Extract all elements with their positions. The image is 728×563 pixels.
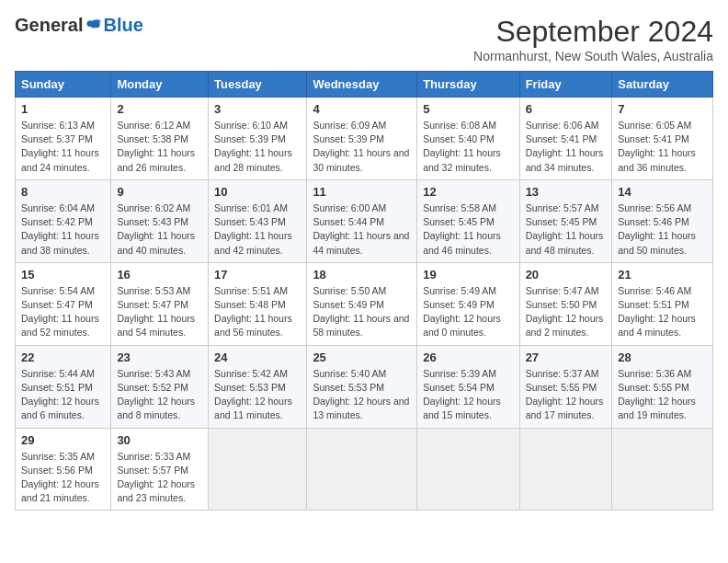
- day-number: 22: [21, 350, 105, 364]
- day-detail: Sunrise: 6:08 AMSunset: 5:40 PMDaylight:…: [423, 119, 513, 175]
- day-detail: Sunrise: 5:42 AMSunset: 5:53 PMDaylight:…: [214, 367, 301, 423]
- calendar-cell: 27 Sunrise: 5:37 AMSunset: 5:55 PMDaylig…: [519, 345, 612, 428]
- day-detail: Sunrise: 6:06 AMSunset: 5:41 PMDaylight:…: [526, 119, 607, 175]
- calendar-cell: [417, 428, 519, 511]
- calendar-cell: 25 Sunrise: 5:40 AMSunset: 5:53 PMDaylig…: [307, 345, 417, 428]
- day-detail: Sunrise: 5:49 AMSunset: 5:49 PMDaylight:…: [423, 284, 513, 340]
- calendar-cell: 23 Sunrise: 5:43 AMSunset: 5:52 PMDaylig…: [111, 345, 209, 428]
- day-detail: Sunrise: 6:12 AMSunset: 5:38 PMDaylight:…: [117, 119, 202, 175]
- calendar-cell: 16 Sunrise: 5:53 AMSunset: 5:47 PMDaylig…: [111, 262, 209, 345]
- day-number: 12: [423, 185, 513, 199]
- calendar-cell: 26 Sunrise: 5:39 AMSunset: 5:54 PMDaylig…: [417, 345, 519, 428]
- day-number: 27: [526, 350, 607, 364]
- day-number: 5: [423, 102, 513, 116]
- calendar-cell: 4 Sunrise: 6:09 AMSunset: 5:39 PMDayligh…: [307, 98, 417, 180]
- day-number: 28: [618, 350, 707, 364]
- calendar-cell: 9 Sunrise: 6:02 AMSunset: 5:43 PMDayligh…: [111, 179, 209, 262]
- location-text: Normanhurst, New South Wales, Australia: [473, 49, 713, 63]
- day-number: 29: [21, 433, 105, 447]
- day-detail: Sunrise: 5:47 AMSunset: 5:50 PMDaylight:…: [526, 284, 607, 340]
- calendar-header-row: SundayMondayTuesdayWednesdayThursdayFrid…: [16, 72, 713, 98]
- day-number: 11: [313, 185, 411, 199]
- logo-general-text: General: [15, 15, 83, 36]
- col-header-tuesday: Tuesday: [209, 72, 307, 98]
- col-header-saturday: Saturday: [612, 72, 713, 98]
- calendar-cell: 24 Sunrise: 5:42 AMSunset: 5:53 PMDaylig…: [209, 345, 307, 428]
- calendar-cell: 20 Sunrise: 5:47 AMSunset: 5:50 PMDaylig…: [519, 262, 612, 345]
- calendar-cell: 10 Sunrise: 6:01 AMSunset: 5:43 PMDaylig…: [209, 179, 307, 262]
- day-detail: Sunrise: 6:01 AMSunset: 5:43 PMDaylight:…: [214, 201, 301, 258]
- day-number: 15: [21, 268, 105, 282]
- col-header-wednesday: Wednesday: [307, 72, 417, 98]
- day-number: 26: [423, 350, 513, 364]
- day-detail: Sunrise: 5:50 AMSunset: 5:49 PMDaylight:…: [313, 284, 411, 340]
- calendar-cell: 22 Sunrise: 5:44 AMSunset: 5:51 PMDaylig…: [16, 345, 111, 428]
- day-number: 9: [117, 185, 202, 199]
- day-detail: Sunrise: 5:33 AMSunset: 5:57 PMDaylight:…: [117, 450, 202, 506]
- page-header: General Blue September 2024 Normanhurst,…: [15, 15, 713, 63]
- calendar-cell: 12 Sunrise: 5:58 AMSunset: 5:45 PMDaylig…: [417, 179, 519, 262]
- logo-bird-icon: [85, 17, 103, 35]
- day-number: 3: [214, 102, 301, 116]
- calendar-cell: 8 Sunrise: 6:04 AMSunset: 5:42 PMDayligh…: [16, 179, 111, 262]
- day-number: 7: [618, 102, 707, 116]
- day-number: 30: [117, 433, 202, 447]
- calendar-cell: 1 Sunrise: 6:13 AMSunset: 5:37 PMDayligh…: [16, 98, 111, 180]
- day-detail: Sunrise: 5:39 AMSunset: 5:54 PMDaylight:…: [423, 367, 513, 423]
- day-number: 25: [313, 350, 411, 364]
- day-detail: Sunrise: 5:35 AMSunset: 5:56 PMDaylight:…: [21, 450, 105, 506]
- calendar-cell: 5 Sunrise: 6:08 AMSunset: 5:40 PMDayligh…: [417, 98, 519, 180]
- calendar-cell: 19 Sunrise: 5:49 AMSunset: 5:49 PMDaylig…: [417, 262, 519, 345]
- day-detail: Sunrise: 5:43 AMSunset: 5:52 PMDaylight:…: [117, 367, 202, 423]
- day-detail: Sunrise: 5:46 AMSunset: 5:51 PMDaylight:…: [618, 284, 707, 340]
- calendar-cell: 18 Sunrise: 5:50 AMSunset: 5:49 PMDaylig…: [307, 262, 417, 345]
- day-number: 10: [214, 185, 301, 199]
- day-detail: Sunrise: 5:56 AMSunset: 5:46 PMDaylight:…: [618, 201, 707, 258]
- day-detail: Sunrise: 6:09 AMSunset: 5:39 PMDaylight:…: [313, 119, 411, 175]
- calendar-cell: 6 Sunrise: 6:06 AMSunset: 5:41 PMDayligh…: [519, 98, 612, 180]
- calendar-week-5: 29 Sunrise: 5:35 AMSunset: 5:56 PMDaylig…: [16, 428, 713, 511]
- day-detail: Sunrise: 5:58 AMSunset: 5:45 PMDaylight:…: [423, 201, 513, 258]
- calendar-week-3: 15 Sunrise: 5:54 AMSunset: 5:47 PMDaylig…: [16, 262, 713, 345]
- logo: General Blue: [15, 15, 143, 36]
- title-block: September 2024 Normanhurst, New South Wa…: [473, 15, 713, 63]
- day-number: 23: [117, 350, 202, 364]
- day-number: 18: [313, 268, 411, 282]
- day-number: 17: [214, 268, 301, 282]
- month-title: September 2024: [473, 15, 713, 49]
- logo-blue-text: Blue: [103, 15, 142, 36]
- day-number: 13: [526, 185, 607, 199]
- day-detail: Sunrise: 5:53 AMSunset: 5:47 PMDaylight:…: [117, 284, 202, 340]
- calendar-week-4: 22 Sunrise: 5:44 AMSunset: 5:51 PMDaylig…: [16, 345, 713, 428]
- calendar-cell: [307, 428, 417, 511]
- day-detail: Sunrise: 6:02 AMSunset: 5:43 PMDaylight:…: [117, 201, 202, 258]
- day-detail: Sunrise: 5:40 AMSunset: 5:53 PMDaylight:…: [313, 367, 411, 423]
- calendar-cell: 28 Sunrise: 5:36 AMSunset: 5:55 PMDaylig…: [612, 345, 713, 428]
- calendar-cell: 21 Sunrise: 5:46 AMSunset: 5:51 PMDaylig…: [612, 262, 713, 345]
- day-detail: Sunrise: 6:05 AMSunset: 5:41 PMDaylight:…: [618, 119, 707, 175]
- calendar-cell: 30 Sunrise: 5:33 AMSunset: 5:57 PMDaylig…: [111, 428, 209, 511]
- day-number: 8: [21, 185, 105, 199]
- calendar-cell: [612, 428, 713, 511]
- day-number: 4: [313, 102, 411, 116]
- calendar-cell: 29 Sunrise: 5:35 AMSunset: 5:56 PMDaylig…: [16, 428, 111, 511]
- col-header-monday: Monday: [111, 72, 209, 98]
- col-header-thursday: Thursday: [417, 72, 519, 98]
- calendar-cell: 11 Sunrise: 6:00 AMSunset: 5:44 PMDaylig…: [307, 179, 417, 262]
- day-detail: Sunrise: 5:36 AMSunset: 5:55 PMDaylight:…: [618, 367, 707, 423]
- day-number: 19: [423, 268, 513, 282]
- day-detail: Sunrise: 5:44 AMSunset: 5:51 PMDaylight:…: [21, 367, 105, 423]
- day-detail: Sunrise: 6:04 AMSunset: 5:42 PMDaylight:…: [21, 201, 105, 258]
- calendar-cell: 3 Sunrise: 6:10 AMSunset: 5:39 PMDayligh…: [209, 98, 307, 180]
- calendar-week-1: 1 Sunrise: 6:13 AMSunset: 5:37 PMDayligh…: [16, 98, 713, 180]
- day-detail: Sunrise: 5:54 AMSunset: 5:47 PMDaylight:…: [21, 284, 105, 340]
- calendar-week-2: 8 Sunrise: 6:04 AMSunset: 5:42 PMDayligh…: [16, 179, 713, 262]
- day-number: 20: [526, 268, 607, 282]
- calendar-cell: 2 Sunrise: 6:12 AMSunset: 5:38 PMDayligh…: [111, 98, 209, 180]
- day-detail: Sunrise: 5:57 AMSunset: 5:45 PMDaylight:…: [526, 201, 607, 258]
- calendar-cell: 14 Sunrise: 5:56 AMSunset: 5:46 PMDaylig…: [612, 179, 713, 262]
- day-number: 21: [618, 268, 707, 282]
- day-detail: Sunrise: 6:10 AMSunset: 5:39 PMDaylight:…: [214, 119, 301, 175]
- day-number: 14: [618, 185, 707, 199]
- calendar-table: SundayMondayTuesdayWednesdayThursdayFrid…: [15, 71, 713, 511]
